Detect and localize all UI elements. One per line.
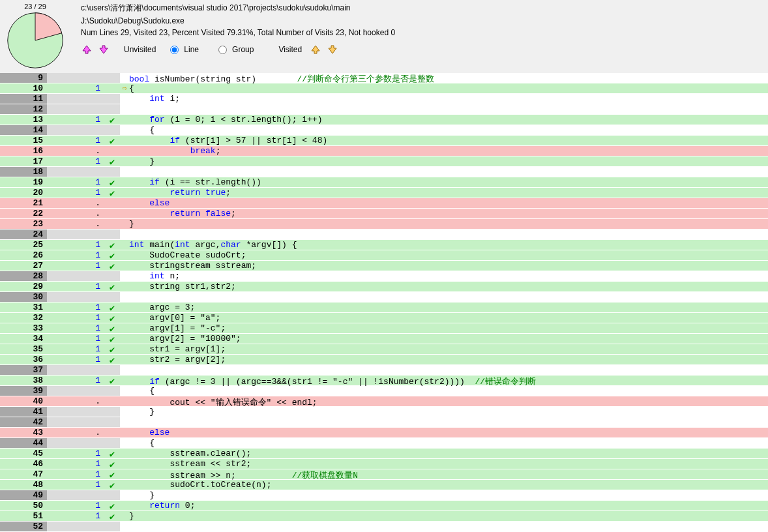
visit-count: 1	[47, 240, 104, 250]
code-text: argv[2] = "10000";	[129, 334, 768, 344]
visit-count: 1	[47, 115, 104, 125]
check-mark-icon	[104, 522, 120, 531]
code-text: }	[129, 490, 768, 500]
arrow-icon	[120, 115, 129, 125]
code-line[interactable]: 461✔ sstream << str2;	[0, 459, 768, 469]
code-line[interactable]: 16. break;	[0, 146, 768, 156]
line-number: 25	[0, 240, 47, 250]
code-line[interactable]: 22. return false;	[0, 209, 768, 219]
line-number: 49	[0, 490, 47, 500]
visit-count: .	[47, 198, 104, 208]
code-line[interactable]: 191✔ if (i == str.length())	[0, 177, 768, 188]
code-line[interactable]: 271✔ stringstream sstream;	[0, 261, 768, 271]
arrow-icon: ⇨	[120, 83, 129, 93]
code-line[interactable]: 23.}	[0, 219, 768, 229]
code-text: sstream << str2;	[129, 459, 768, 469]
visit-count: 1	[47, 313, 104, 323]
check-mark-icon: ✔	[104, 449, 120, 458]
line-number: 16	[0, 146, 47, 156]
code-line[interactable]: 52	[0, 522, 768, 532]
code-line[interactable]: 291✔ string str1,str2;	[0, 282, 768, 292]
unvisited-label: Unvisited	[124, 45, 156, 54]
code-line[interactable]: 481✔ sudoCrt.toCreate(n);	[0, 480, 768, 490]
group-radio[interactable]: Group	[218, 45, 254, 54]
code-text: {	[129, 125, 768, 135]
prev-visited-icon[interactable]	[310, 44, 321, 55]
line-number: 34	[0, 334, 47, 344]
code-line[interactable]: 37	[0, 365, 768, 376]
code-line[interactable]: 24	[0, 229, 768, 240]
code-line[interactable]: 131✔ for (i = 0; i < str.length(); i++)	[0, 115, 768, 125]
code-line[interactable]: 39 {	[0, 386, 768, 396]
code-line[interactable]: 251✔int main(int argc,char *argv[]) {	[0, 240, 768, 250]
visit-count	[47, 438, 104, 448]
code-area[interactable]: 9bool isNumber(string str) //判断命令行第三个参数是…	[0, 73, 768, 532]
code-line[interactable]: 511✔}	[0, 511, 768, 522]
visit-count: .	[47, 209, 104, 218]
arrow-icon	[120, 73, 129, 83]
code-text	[129, 229, 768, 239]
svg-marker-3	[312, 46, 319, 53]
code-line[interactable]: 451✔ sstream.clear();	[0, 449, 768, 459]
code-line[interactable]: 12	[0, 104, 768, 115]
visit-count: 1	[47, 459, 104, 469]
code-line[interactable]: 151✔ if (str[i] > 57 || str[i] < 48)	[0, 136, 768, 146]
arrow-icon	[120, 522, 129, 531]
check-mark-icon: ✔	[104, 240, 120, 250]
line-number: 42	[0, 417, 47, 427]
code-line[interactable]: 381✔ if (argc != 3 || (argc==3&&(str1 !=…	[0, 376, 768, 386]
line-number: 33	[0, 323, 47, 333]
check-mark-icon	[104, 229, 120, 239]
line-number: 32	[0, 313, 47, 323]
code-line[interactable]: 311✔ argc = 3;	[0, 303, 768, 313]
code-line[interactable]: 11 int i;	[0, 94, 768, 104]
code-line[interactable]: 501✔ return 0;	[0, 501, 768, 511]
code-line[interactable]: 261✔ SudoCreate sudoCrt;	[0, 250, 768, 261]
arrow-icon	[120, 240, 129, 250]
check-mark-icon: ✔	[104, 344, 120, 354]
code-line[interactable]: 44 {	[0, 438, 768, 449]
code-line[interactable]: 30	[0, 292, 768, 303]
code-line[interactable]: 14 {	[0, 125, 768, 136]
code-line[interactable]: 42	[0, 417, 768, 428]
code-text: str1 = argv[1];	[129, 344, 768, 354]
check-mark-icon: ✔	[104, 156, 120, 166]
visit-count: 1	[47, 334, 104, 344]
check-mark-icon	[104, 198, 120, 208]
code-text: sstream >> n; //获取棋盘数量N	[129, 469, 768, 479]
line-number: 13	[0, 115, 47, 125]
code-line[interactable]: 171✔ }	[0, 156, 768, 167]
code-line[interactable]: 201✔ return true;	[0, 188, 768, 198]
visit-count: 1	[47, 250, 104, 260]
code-line[interactable]: 28 int n;	[0, 271, 768, 282]
code-line[interactable]: 21. else	[0, 198, 768, 209]
code-line[interactable]: 40. cout << "输入错误命令" << endl;	[0, 396, 768, 407]
code-line[interactable]: 321✔ argv[0] = "a";	[0, 313, 768, 323]
arrow-icon	[120, 365, 129, 375]
next-unvisited-icon[interactable]	[98, 44, 110, 55]
code-line[interactable]: 49 }	[0, 490, 768, 501]
code-line[interactable]: 18	[0, 167, 768, 177]
code-text	[129, 417, 768, 427]
code-line[interactable]: 41 }	[0, 407, 768, 417]
check-mark-icon: ✔	[104, 177, 120, 187]
code-line[interactable]: 101⇨{	[0, 83, 768, 94]
arrow-icon	[120, 344, 129, 354]
arrow-icon	[120, 303, 129, 312]
check-mark-icon	[104, 417, 120, 427]
arrow-icon	[120, 396, 129, 406]
code-line[interactable]: 361✔ str2 = argv[2];	[0, 355, 768, 365]
code-line[interactable]: 351✔ str1 = argv[1];	[0, 344, 768, 355]
code-text: {	[129, 386, 768, 396]
code-line[interactable]: 471✔ sstream >> n; //获取棋盘数量N	[0, 469, 768, 480]
code-line[interactable]: 341✔ argv[2] = "10000";	[0, 334, 768, 344]
code-line[interactable]: 9bool isNumber(string str) //判断命令行第三个参数是…	[0, 73, 768, 83]
code-line[interactable]: 43. else	[0, 428, 768, 438]
code-line[interactable]: 331✔ argv[1] = "-c";	[0, 323, 768, 334]
prev-unvisited-icon[interactable]	[81, 44, 93, 55]
next-visited-icon[interactable]	[327, 44, 338, 55]
code-text	[129, 292, 768, 302]
line-radio[interactable]: Line	[170, 45, 199, 54]
line-number: 38	[0, 376, 47, 385]
header-info: c:\users\清竹萧湘\documents\visual studio 20…	[68, 1, 765, 55]
